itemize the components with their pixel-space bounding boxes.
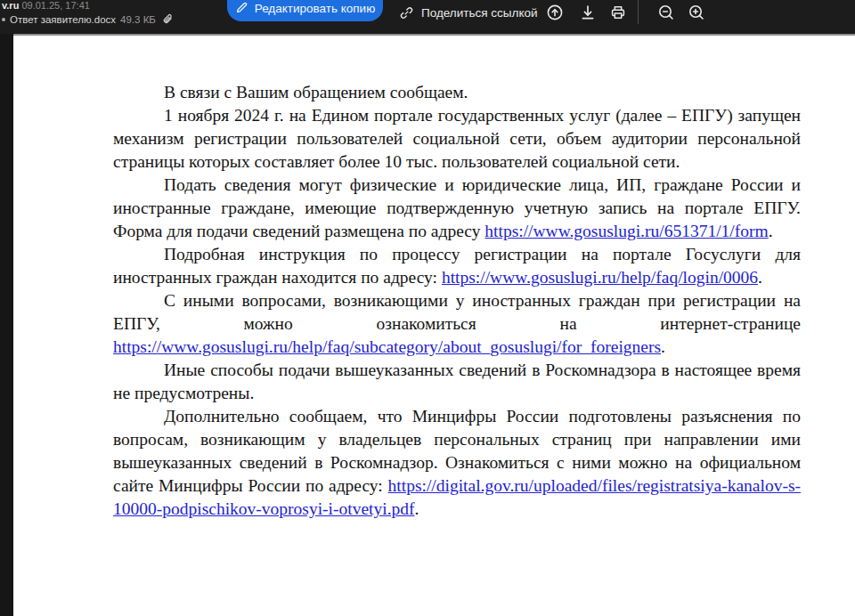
document-link[interactable]: https://www.gosuslugi.ru/help/faq/subcat… (113, 337, 661, 356)
document-paragraph: Подробная инструкция по процессу регистр… (113, 243, 801, 289)
attachment-item[interactable]: Ответ заявителю.docx 49.3 КБ (2, 13, 175, 26)
pencil-icon (235, 1, 248, 15)
printer-icon[interactable] (607, 2, 629, 23)
paragraph-text: Иные способы подачи вышеуказанных сведен… (113, 361, 801, 402)
paragraph-text: . (758, 268, 762, 287)
document-link[interactable]: https://www.gosuslugi.ru/help/faq/login/… (442, 268, 758, 287)
link-icon (399, 5, 414, 20)
attachment-size: 49.3 КБ (120, 14, 156, 25)
sender-name: v.ru (2, 0, 19, 11)
document-page: № 02-4Т-85318-91ПИ/31.12.2024 В связи с … (13, 34, 855, 616)
document-paragraph: Дополнительно сообщаем, что Минцифры Рос… (113, 405, 801, 521)
document-reference-clipped: № 02-4Т-85318-91ПИ/31.12.2024 (499, 34, 778, 40)
paragraph-text: . (661, 337, 665, 356)
document-paragraph: Подать сведения могут физические и юриди… (113, 174, 801, 243)
attachment-filename: Ответ заявителю.docx (10, 14, 116, 25)
edit-copy-button[interactable]: Редактировать копию (227, 0, 383, 21)
share-link-button[interactable]: Поделиться ссылкой (399, 2, 538, 23)
document-paragraph: С иными вопросами, возникающими у иностр… (113, 289, 801, 359)
zoom-out-icon[interactable] (656, 2, 677, 23)
message-info: v.ru 09.01.25, 17:41 Ответ заявителю.doc… (2, 0, 175, 26)
document-body: В связи с Вашим обращением сообщаем.1 но… (113, 81, 801, 521)
paragraph-text: 1 ноября 2024 г. на Едином портале госуд… (113, 106, 801, 171)
paragraph-text: С иными вопросами, возникающими у иностр… (113, 291, 801, 333)
document-link[interactable]: https://www.gosuslugi.ru/651371/1/form (484, 222, 768, 240)
share-link-label: Поделиться ссылкой (421, 6, 538, 20)
zoom-in-icon[interactable] (686, 2, 707, 23)
paragraph-text: . (769, 222, 773, 240)
download-icon[interactable] (577, 2, 598, 23)
message-datetime: 09.01.25, 17:41 (21, 0, 89, 11)
paragraph-text: В связи с Вашим обращением сообщаем. (164, 83, 468, 101)
paragraph-text: . (415, 499, 419, 518)
cloud-upload-icon[interactable] (544, 2, 566, 23)
paperclip-icon (162, 13, 175, 26)
document-paragraph: Иные способы подачи вышеуказанных сведен… (113, 359, 801, 405)
document-paragraph: 1 ноября 2024 г. на Едином портале госуд… (113, 104, 801, 174)
document-paragraph: В связи с Вашим обращением сообщаем. (113, 81, 801, 104)
toolbar-divider (638, 0, 639, 24)
sender-line: v.ru 09.01.25, 17:41 (2, 0, 175, 12)
toolbar: v.ru 09.01.25, 17:41 Ответ заявителю.doc… (0, 0, 855, 34)
edit-copy-label: Редактировать копию (255, 2, 376, 15)
attachment-bullet (2, 18, 5, 21)
